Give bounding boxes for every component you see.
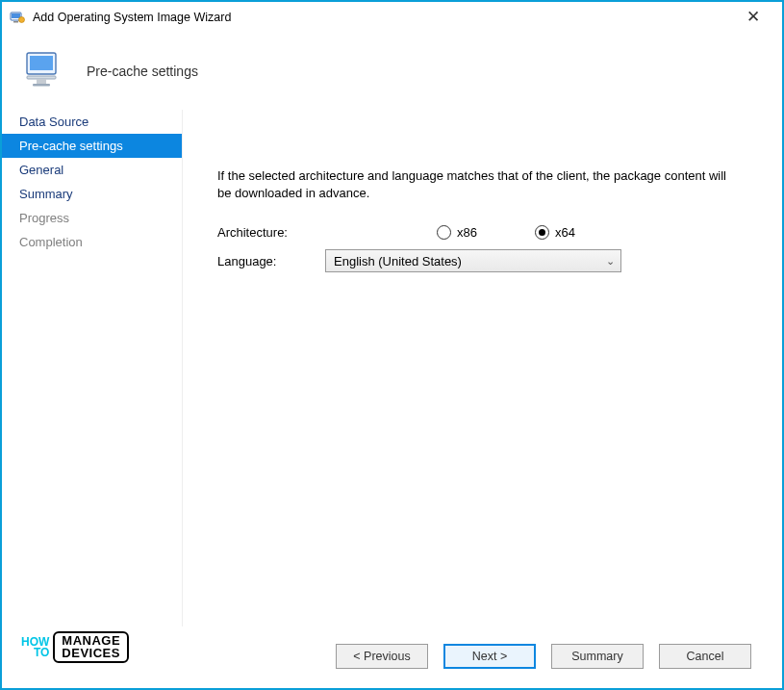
radio-label: x64 <box>555 225 575 240</box>
sidebar-item-progress: Progress <box>2 206 182 230</box>
architecture-radio-x86[interactable]: x86 <box>437 225 477 240</box>
next-button[interactable]: Next > <box>443 644 536 669</box>
svg-rect-7 <box>37 79 46 84</box>
previous-button[interactable]: < Previous <box>336 644 428 669</box>
watermark-howto: HOW TO <box>21 637 49 656</box>
svg-rect-2 <box>13 21 18 23</box>
radio-label: x86 <box>457 225 477 240</box>
svg-rect-8 <box>33 84 50 87</box>
close-button[interactable]: ✕ <box>732 7 774 27</box>
language-label: Language: <box>217 254 325 268</box>
sidebar-item-general[interactable]: General <box>2 158 182 182</box>
architecture-row: Architecture: x86 x64 <box>217 225 734 240</box>
main-pane: If the selected architecture and languag… <box>183 110 782 626</box>
watermark-logo: HOW TO MANAGE DEVICES <box>21 631 129 663</box>
language-select[interactable]: English (United States) ⌄ <box>325 249 621 272</box>
svg-rect-1 <box>12 13 20 18</box>
wizard-header: Pre-cache settings <box>2 33 782 110</box>
radio-icon <box>437 225 451 240</box>
watermark-badge: MANAGE DEVICES <box>53 631 129 663</box>
cancel-button[interactable]: Cancel <box>659 644 751 669</box>
radio-icon <box>535 225 549 240</box>
app-icon <box>10 10 25 25</box>
wizard-steps-sidebar: Data Source Pre-cache settings General S… <box>2 110 183 626</box>
architecture-label: Architecture: <box>217 225 325 240</box>
architecture-radio-x64[interactable]: x64 <box>535 225 575 240</box>
svg-rect-5 <box>30 56 53 70</box>
language-row: Language: English (United States) ⌄ <box>217 249 734 272</box>
summary-button[interactable]: Summary <box>551 644 644 669</box>
window-title: Add Operating System Image Wizard <box>33 11 732 24</box>
chevron-down-icon: ⌄ <box>606 255 615 268</box>
page-title: Pre-cache settings <box>87 64 198 79</box>
computer-icon <box>21 47 67 96</box>
sidebar-item-pre-cache-settings[interactable]: Pre-cache settings <box>2 134 182 158</box>
language-selected-value: English (United States) <box>334 254 462 268</box>
svg-rect-6 <box>27 76 56 79</box>
titlebar: Add Operating System Image Wizard ✕ <box>2 2 782 33</box>
sidebar-item-completion: Completion <box>2 230 182 254</box>
description-text: If the selected architecture and languag… <box>217 167 734 202</box>
sidebar-item-summary[interactable]: Summary <box>2 182 182 206</box>
sidebar-item-data-source[interactable]: Data Source <box>2 110 182 134</box>
svg-point-3 <box>19 16 25 22</box>
